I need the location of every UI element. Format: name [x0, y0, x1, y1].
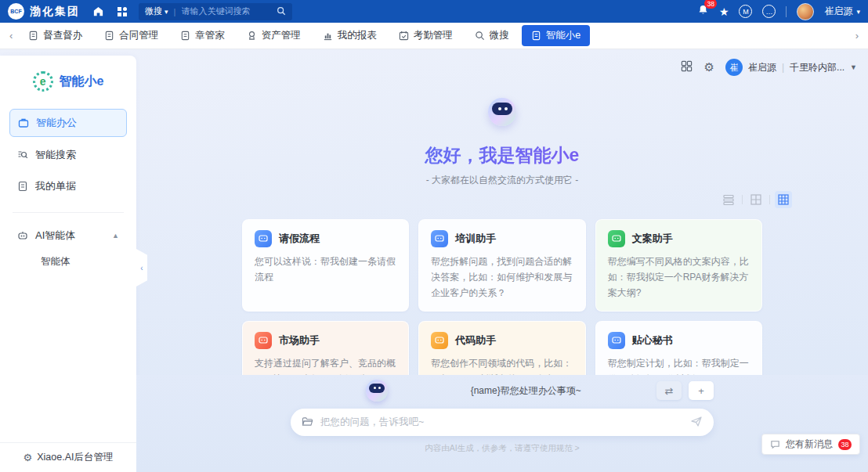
tab-attendance[interactable]: 考勤管理 — [389, 25, 462, 46]
sidebar-item-smart-search[interactable]: 智能搜索 — [9, 142, 127, 168]
divider: | — [174, 7, 176, 16]
assistant-robot-icon — [366, 380, 388, 402]
chat-input[interactable]: 把您的问题，告诉我吧~ — [320, 416, 683, 429]
divider — [13, 212, 124, 213]
sidebar-logo: e 智能小e — [0, 56, 136, 106]
main-content: ⚙ 崔 崔启源 | 千里聆内部... ▼ 您好，我是智能小e - 大家都在以自然… — [136, 49, 868, 472]
chat-input-bar[interactable]: 把您的问题，告诉我吧~ — [291, 409, 714, 436]
tab-label: 智能小e — [546, 29, 580, 42]
global-search[interactable]: 微搜 ▾ | 请输入关键词搜索 — [139, 3, 292, 20]
card-description: 您可以这样说：帮我创建一条请假流程 — [255, 254, 396, 286]
card-training-assistant[interactable]: 培训助手 帮您拆解问题，找到问题合适的解决答案，比如：如何维护和发展与企业客户的… — [418, 219, 585, 312]
bell-badge: 38 — [704, 0, 716, 9]
sidebar-item-smart-office[interactable]: 智能办公 — [9, 109, 127, 137]
grid3-view-icon[interactable] — [775, 191, 792, 208]
tab-label: 合同管理 — [119, 29, 158, 42]
new-message-toast[interactable]: 您有新消息 38 — [761, 434, 860, 455]
chat-bubble-icon — [608, 230, 625, 247]
list-view-icon[interactable] — [720, 191, 737, 208]
user-name: 崔启源 — [748, 61, 776, 74]
assistant-message: {name}帮您处理办公事项~ — [471, 384, 581, 398]
tab-label: 我的报表 — [338, 29, 377, 42]
favorites-star-icon[interactable]: ★ — [719, 6, 729, 17]
sidebar-collapse-handle[interactable]: ‹ — [136, 249, 147, 286]
company-name: 渤化集团 — [30, 5, 80, 19]
greeting-block: 您好，我是智能小e - 大家都在以自然交流的方式使用它 - — [136, 98, 868, 187]
tab-inspection[interactable]: 督查督办 — [19, 25, 92, 46]
search-input[interactable]: 请输入关键词搜索 — [181, 5, 277, 17]
card-description: 帮您拆解问题，找到问题合适的解决答案，比如：如何维护和发展与企业客户的关系？ — [431, 254, 573, 301]
briefcase-icon — [18, 117, 29, 128]
ai-disclaimer[interactable]: 内容由AI生成，供参考，请遵守使用规范 > — [291, 443, 714, 454]
home-icon[interactable] — [92, 5, 104, 17]
new-chat-button[interactable]: + — [689, 381, 714, 400]
greeting-title: 您好，我是智能小e — [136, 143, 868, 168]
tab-seal-manager[interactable]: 章管家 — [171, 25, 234, 46]
tab-label: 督查督办 — [43, 29, 82, 42]
scroll-right-icon[interactable]: › — [852, 30, 862, 41]
robot-icon — [17, 230, 28, 241]
app-window: BCF 渤化集团 微搜 ▾ | 请输入关键词搜索 38 ★ M … — [0, 0, 868, 472]
settings-gear-icon[interactable]: ⚙ — [703, 60, 714, 74]
tab-reports[interactable]: 我的报表 — [313, 25, 386, 46]
chevron-up-icon[interactable]: ▲ — [112, 232, 119, 240]
grid2-view-icon[interactable] — [747, 191, 765, 208]
tab-wesearch[interactable]: 微搜 — [465, 25, 519, 46]
sidebar-logo-text: 智能小e — [60, 74, 104, 90]
apps-grid-icon[interactable] — [117, 6, 128, 17]
divider — [769, 195, 770, 204]
tab-xiaoe-active[interactable]: 智能小e — [522, 25, 590, 46]
attach-folder-icon[interactable] — [302, 416, 313, 430]
user-menu[interactable]: 崔启源 ▾ — [824, 5, 860, 18]
send-icon[interactable] — [690, 415, 703, 431]
gear-icon: ⚙ — [24, 452, 33, 463]
chevron-down-icon: ▾ — [856, 8, 860, 16]
user-name: 崔启源 — [824, 5, 852, 18]
sidebar-item-my-documents[interactable]: 我的单据 — [9, 173, 127, 200]
search-scope-label: 微搜 — [145, 5, 162, 17]
chat-dock: {name}帮您处理办公事项~ ⇄ + 把您的问题，告诉我吧~ — [136, 375, 868, 472]
company-logo: BCF — [8, 3, 24, 20]
layout-grid-icon[interactable] — [681, 60, 693, 75]
current-user-chip[interactable]: 崔 崔启源 | 千里聆内部... ▼ — [725, 59, 857, 76]
scroll-left-icon[interactable]: ‹ — [6, 30, 16, 41]
card-title: 市场助手 — [279, 333, 320, 348]
card-title: 培训助手 — [455, 232, 496, 246]
card-copywriting-assistant[interactable]: 文案助手 帮您编写不同风格的文案内容，比如：帮我拟定一个RPA财务解决方案大纲? — [595, 219, 762, 312]
sidebar-admin-label: Xiaoe.AI后台管理 — [37, 451, 113, 464]
switch-assistant-button[interactable]: ⇄ — [656, 381, 682, 400]
sidebar-item-agent[interactable]: 智能体 — [0, 249, 136, 275]
user-avatar[interactable] — [797, 3, 814, 20]
search-icon[interactable] — [277, 6, 286, 17]
chevron-left-icon: ‹ — [140, 264, 143, 272]
app-tabs-bar: ‹ 督查督办 合同管理 章管家 资产管理 我的报表 考勤管理 微搜 — [0, 23, 868, 49]
chat-bubble-icon — [431, 230, 448, 247]
divider: | — [782, 62, 784, 73]
card-title: 文案助手 — [632, 232, 673, 246]
tab-contracts[interactable]: 合同管理 — [95, 25, 168, 46]
message-icon — [770, 439, 780, 449]
tab-label: 章管家 — [195, 29, 225, 42]
sidebar-admin-link[interactable]: ⚙ Xiaoe.AI后台管理 — [0, 442, 136, 472]
document-icon — [17, 181, 28, 192]
tab-assets[interactable]: 资产管理 — [237, 25, 310, 46]
card-title: 贴心秘书 — [632, 333, 673, 348]
more-options-icon[interactable]: … — [762, 5, 776, 18]
toast-text: 您有新消息 — [786, 438, 833, 451]
topbar-actions: 38 ★ M … 崔启源 ▾ — [697, 3, 860, 20]
top-bar: BCF 渤化集团 微搜 ▾ | 请输入关键词搜索 38 ★ M … — [0, 0, 868, 23]
sidebar-item-label: 智能搜索 — [35, 148, 76, 162]
card-title: 代码助手 — [455, 333, 496, 348]
monogram-icon[interactable]: M — [739, 5, 752, 18]
toast-badge: 38 — [838, 439, 852, 450]
tab-label: 考勤管理 — [414, 29, 453, 42]
notifications-bell-icon[interactable]: 38 — [697, 4, 709, 19]
sidebar-group-label: AI智能体 — [35, 229, 75, 243]
main-header-actions: ⚙ 崔 崔启源 | 千里聆内部... ▼ — [681, 59, 857, 76]
sidebar-item-label: 我的单据 — [35, 179, 76, 193]
card-leave-workflow[interactable]: 请假流程 您可以这样说：帮我创建一条请假流程 — [242, 219, 409, 312]
chat-bubble-icon — [431, 332, 448, 349]
sidebar-group-ai-agents[interactable]: AI智能体 ▲ — [0, 222, 136, 249]
tab-label: 微搜 — [490, 29, 509, 42]
search-scope-select[interactable]: 微搜 ▾ — [145, 5, 168, 17]
